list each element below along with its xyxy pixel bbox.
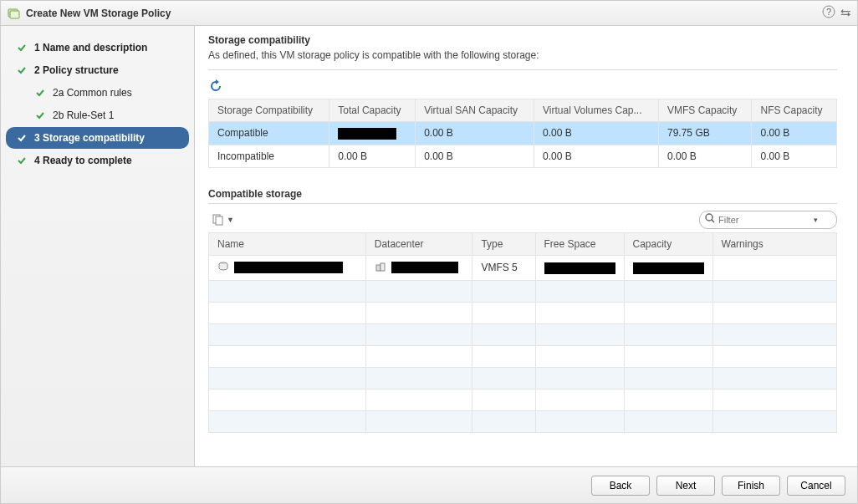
filter-box[interactable]: ▾	[699, 211, 837, 229]
col-vvol[interactable]: Virtual Volumes Cap...	[534, 99, 659, 122]
step-label: 2b Rule-Set 1	[53, 109, 114, 121]
table-row[interactable]	[209, 280, 837, 302]
cell-vvol: 0.00 B	[534, 122, 659, 145]
step-rule-set-1[interactable]: 2b Rule-Set 1	[6, 104, 189, 126]
svg-rect-1	[10, 11, 19, 18]
col-free[interactable]: Free Space	[535, 232, 624, 255]
table-row[interactable]: Compatible 0.00 B 0.00 B 79.75 GB 0.00 B	[209, 122, 837, 145]
cell-name	[209, 255, 366, 280]
wizard-content: Storage compatibility As defined, this V…	[195, 26, 857, 466]
cell-nfs: 0.00 B	[752, 145, 837, 167]
check-icon	[16, 65, 28, 75]
table-row[interactable]	[209, 345, 837, 367]
svg-rect-5	[216, 216, 222, 225]
check-icon	[16, 133, 28, 143]
col-compat[interactable]: Storage Compatibility	[209, 99, 329, 122]
svg-line-7	[712, 220, 714, 222]
col-total[interactable]: Total Capacity	[329, 99, 416, 122]
check-icon	[34, 110, 46, 120]
step-name-description[interactable]: 1 Name and description	[6, 37, 189, 59]
col-vsan[interactable]: Virtual SAN Capacity	[416, 99, 534, 122]
window-title: Create New VM Storage Policy	[26, 8, 817, 19]
compatible-storage-table: Name Datacenter Type Free Space Capacity…	[208, 232, 837, 433]
step-label: 2 Policy structure	[34, 64, 119, 76]
check-icon	[34, 88, 46, 98]
step-policy-structure[interactable]: 2 Policy structure	[6, 59, 189, 81]
expand-icon[interactable]: ⮀	[840, 8, 850, 19]
chevron-down-icon[interactable]: ▾	[814, 216, 818, 224]
page-title: Storage compatibility	[208, 34, 837, 46]
col-vmfs[interactable]: VMFS Capacity	[659, 99, 752, 122]
help-icon[interactable]: ?	[822, 5, 835, 21]
actions-menu-button[interactable]: ▼	[208, 211, 237, 228]
wizard-steps-sidebar: 1 Name and description 2 Policy structur…	[1, 26, 195, 466]
svg-point-6	[706, 214, 712, 221]
filter-input[interactable]	[718, 215, 810, 225]
table-row[interactable]	[209, 410, 837, 432]
storage-toolbar: ▼ ▾	[208, 203, 837, 229]
cell-total	[329, 122, 416, 145]
redacted-value	[391, 262, 458, 273]
step-storage-compatibility[interactable]: 3 Storage compatibility	[6, 127, 189, 149]
page-description: As defined, this VM storage policy is co…	[208, 49, 837, 70]
cell-vmfs: 0.00 B	[659, 145, 752, 167]
redacted-value	[234, 262, 343, 273]
compatibility-table: Storage Compatibility Total Capacity Vir…	[208, 99, 837, 168]
step-common-rules[interactable]: 2a Common rules	[6, 82, 189, 104]
table-row[interactable]: Incompatible 0.00 B 0.00 B 0.00 B 0.00 B…	[209, 145, 837, 167]
cell-vmfs: 79.75 GB	[659, 122, 752, 145]
titlebar: Create New VM Storage Policy ? ⮀	[1, 1, 857, 26]
table-row[interactable]	[209, 367, 837, 389]
step-label: 2a Common rules	[53, 87, 132, 99]
table-row[interactable]	[209, 389, 837, 410]
chevron-down-icon: ▼	[227, 216, 234, 224]
svg-rect-10	[380, 263, 385, 271]
cell-nfs: 0.00 B	[752, 122, 837, 145]
col-type[interactable]: Type	[472, 232, 535, 255]
cell-type: VMFS 5	[472, 255, 535, 280]
cell-cap	[624, 255, 712, 280]
check-icon	[16, 43, 28, 53]
cell-dc	[365, 255, 472, 280]
back-button[interactable]: Back	[591, 476, 650, 496]
cancel-button[interactable]: Cancel	[787, 476, 845, 496]
step-ready-to-complete[interactable]: 4 Ready to complete	[6, 150, 189, 171]
col-dc[interactable]: Datacenter	[365, 232, 472, 255]
redacted-value	[544, 262, 615, 274]
step-label: 3 Storage compatibility	[34, 132, 145, 144]
datastore-icon	[217, 261, 229, 275]
col-nfs[interactable]: NFS Capacity	[752, 99, 837, 122]
cell-vsan: 0.00 B	[416, 122, 534, 145]
svg-text:?: ?	[826, 7, 831, 17]
wizard-body: 1 Name and description 2 Policy structur…	[1, 26, 857, 466]
col-cap[interactable]: Capacity	[624, 232, 712, 255]
next-button[interactable]: Next	[656, 476, 715, 496]
cell-vsan: 0.00 B	[416, 145, 534, 167]
finish-button[interactable]: Finish	[722, 476, 780, 496]
cell-free	[535, 255, 624, 280]
refresh-button[interactable]	[208, 79, 223, 94]
table-row[interactable]	[209, 323, 837, 345]
datacenter-icon	[375, 261, 386, 275]
cell-label: Incompatible	[209, 145, 329, 167]
vm-storage-policy-wizard: Create New VM Storage Policy ? ⮀ 1 Name …	[0, 0, 858, 504]
check-icon	[16, 155, 28, 165]
col-name[interactable]: Name	[209, 232, 366, 255]
step-label: 1 Name and description	[34, 42, 147, 53]
table-row[interactable]: VMFS 5	[209, 255, 837, 280]
compatible-storage-title: Compatible storage	[208, 188, 837, 200]
cell-total: 0.00 B	[329, 145, 416, 167]
cell-label: Compatible	[209, 122, 329, 145]
wizard-footer: Back Next Finish Cancel	[1, 466, 857, 503]
cell-warn	[712, 255, 837, 280]
redacted-value	[338, 128, 396, 140]
search-icon	[705, 213, 715, 226]
redacted-value	[633, 262, 704, 274]
step-label: 4 Ready to complete	[34, 155, 132, 166]
cell-vvol: 0.00 B	[534, 145, 659, 167]
wizard-icon	[8, 7, 21, 20]
col-warn[interactable]: Warnings	[712, 232, 837, 255]
svg-rect-9	[376, 265, 380, 271]
table-row[interactable]	[209, 302, 837, 323]
